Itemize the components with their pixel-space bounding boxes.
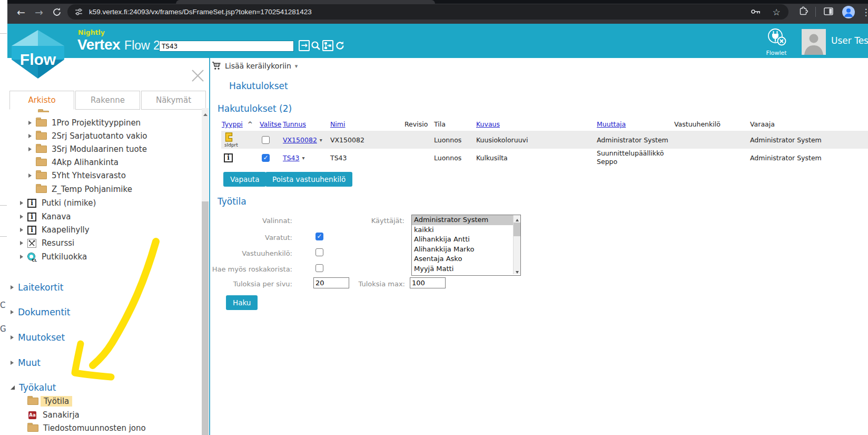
expand-arrow-icon[interactable]	[11, 335, 14, 340]
listbox-option[interactable]: Alihankkija Antti	[412, 235, 520, 245]
search-button[interactable]	[310, 40, 321, 51]
browser-profile-button[interactable]	[842, 6, 854, 18]
reload-icon	[51, 6, 63, 18]
folder-icon	[36, 132, 47, 140]
item-link[interactable]: VX150082	[283, 136, 317, 144]
scrollbar-thumb[interactable]	[202, 201, 209, 435]
sidebar-item-tiedostomuunnokset[interactable]: Tiedostomuunnosten jono	[27, 422, 146, 434]
roskakori-checkbox[interactable]	[315, 264, 323, 272]
listbox-option[interactable]: Administrator System	[412, 215, 520, 225]
extensions-button[interactable]	[797, 6, 810, 18]
tab-rakenne[interactable]: Rakenne	[75, 91, 140, 110]
sidebar-item-tyotila[interactable]: Työtila	[27, 395, 72, 407]
bookmark-star-button[interactable]: ☆	[770, 6, 783, 18]
expand-arrow-icon[interactable]	[11, 361, 14, 365]
side-panel-button[interactable]	[823, 6, 835, 18]
listbox-option[interactable]: Myyjä Matti	[412, 264, 520, 274]
sort-link[interactable]: Tunnus	[283, 120, 306, 128]
user-name[interactable]: User Tes	[831, 35, 868, 46]
page-title: Hakutulokset	[229, 81, 288, 91]
expand-arrow-icon[interactable]	[20, 255, 23, 259]
sidebar-close-button[interactable]	[191, 69, 205, 83]
scrollbar-thumb[interactable]	[514, 223, 520, 236]
roskakori-label: Hae myös roskakorista:	[210, 265, 292, 273]
url-text[interactable]: k59.vertex.fi:24093/vx/frames/DsFrameSet…	[89, 8, 312, 16]
sidebar-section-dokumentit[interactable]: Dokumentit	[11, 306, 70, 318]
expand-arrow-icon[interactable]	[28, 173, 32, 178]
scroll-up-arrow[interactable]	[514, 215, 520, 222]
tab-arkisto[interactable]: Arkisto	[9, 91, 74, 110]
column-header-tyyppi: Tyyppi^	[221, 119, 260, 131]
tree-item[interactable]: 3Srj Modulaarinen tuote	[28, 143, 147, 155]
sort-link[interactable]: Muuttaja	[597, 120, 626, 128]
scroll-up-arrow[interactable]	[202, 108, 209, 115]
expand-arrow-icon[interactable]	[11, 310, 14, 314]
varatut-checkbox[interactable]: ✓	[315, 233, 323, 240]
listbox-option[interactable]: Asentaja Asko	[412, 254, 520, 264]
password-key-button[interactable]	[750, 6, 763, 18]
item-link[interactable]: TS43	[283, 154, 299, 162]
row-checkbox[interactable]	[262, 136, 270, 144]
sort-link[interactable]: Nimi	[330, 120, 345, 128]
page: C G ← → k59.vertex.fi:24093/vx/frames/Ds…	[0, 0, 868, 435]
expand-arrow-icon[interactable]	[28, 147, 32, 151]
release-button[interactable]: Vapauta	[223, 172, 266, 187]
global-search-input[interactable]	[159, 41, 294, 52]
browser-menu-button[interactable]: ⋮	[860, 6, 868, 18]
browser-reload-button[interactable]	[51, 6, 63, 18]
collapse-arrow-icon[interactable]	[11, 385, 15, 390]
expand-arrow-icon[interactable]	[20, 201, 23, 205]
site-settings-icon[interactable]	[75, 8, 83, 16]
listbox-option[interactable]: Alihankkija Marko	[412, 245, 520, 255]
address-bar[interactable]: k59.vertex.fi:24093/vx/frames/DsFrameSet…	[67, 4, 788, 20]
tree-item[interactable]: 5Yht Yhteisvarasto	[28, 170, 126, 181]
listbox-option[interactable]: kaikki	[412, 225, 520, 235]
sort-link[interactable]: Valitse	[260, 120, 281, 128]
chevron-down-icon[interactable]: ▾	[320, 137, 322, 143]
go-search-button[interactable]: →	[299, 40, 310, 51]
users-listbox[interactable]: Administrator System kaikki Alihankkija …	[411, 215, 521, 276]
listbox-scrollbar[interactable]	[513, 215, 520, 274]
tree-item[interactable]: iKaapelihylly	[20, 224, 90, 236]
sidebar-scrollbar[interactable]	[202, 108, 209, 435]
expand-arrow-icon[interactable]	[28, 134, 32, 138]
row-checkbox[interactable]: ✓	[262, 154, 270, 162]
vastuuhenkilo-checkbox[interactable]	[315, 248, 323, 256]
sidebar-section-muutokset[interactable]: Muutokset	[11, 331, 65, 344]
sort-link[interactable]: Kuvaus	[476, 120, 500, 128]
browser-back-button[interactable]: ←	[15, 6, 27, 18]
section-label: Laitekortit	[18, 282, 63, 293]
sidebar-item-sanakirja[interactable]: AaSanakirja	[28, 409, 80, 421]
expand-arrow-icon[interactable]	[20, 228, 23, 232]
sidebar-section-tyokalut[interactable]: Työkalut	[11, 381, 56, 394]
flowlet-button[interactable]: Flowlet	[765, 27, 788, 56]
tree-item[interactable]: Resurssi	[20, 237, 74, 249]
sidebar-section-muut[interactable]: Muut	[11, 356, 41, 369]
tree-item[interactable]: iPutki (nimike)	[20, 197, 96, 209]
tree-item[interactable]: 2Srj Sarjatuotanto vakio	[28, 130, 147, 142]
tree-item[interactable]: CLPutkiluokka	[20, 251, 87, 263]
refresh-search-button[interactable]	[334, 40, 346, 51]
search-submit-button[interactable]: Haku	[226, 295, 258, 310]
tab-nakymat[interactable]: Näkymät	[141, 91, 206, 110]
add-to-basket-button[interactable]: Lisää keräilykoriin ▾	[212, 62, 298, 70]
tree-item[interactable]: 1Pro Projektityyppinen	[28, 117, 141, 129]
sort-link[interactable]: Tyyppi	[222, 120, 243, 128]
tree-item[interactable]: Z_Temp Pohjanimike	[28, 183, 132, 195]
structure-search-icon	[323, 41, 332, 50]
remove-responsible-button[interactable]: Poista vastuuhenkilö	[265, 172, 352, 187]
user-avatar[interactable]	[802, 29, 826, 55]
expand-arrow-icon[interactable]	[11, 285, 14, 289]
sidebar-section-laitekortit[interactable]: Laitekortit	[11, 281, 63, 294]
scroll-down-arrow[interactable]	[514, 267, 520, 274]
structure-search-button[interactable]	[322, 40, 333, 51]
expand-arrow-icon[interactable]	[20, 241, 23, 245]
tree-item[interactable]: 4Akp Alihankinta	[28, 157, 119, 168]
expand-arrow-icon[interactable]	[20, 215, 23, 219]
tree-item[interactable]: iKanava	[20, 211, 71, 223]
results-per-page-input[interactable]	[313, 277, 349, 288]
browser-forward-button[interactable]: →	[33, 6, 45, 18]
chevron-down-icon[interactable]: ▾	[302, 155, 304, 161]
results-max-input[interactable]	[410, 277, 446, 288]
expand-arrow-icon[interactable]	[28, 121, 32, 125]
